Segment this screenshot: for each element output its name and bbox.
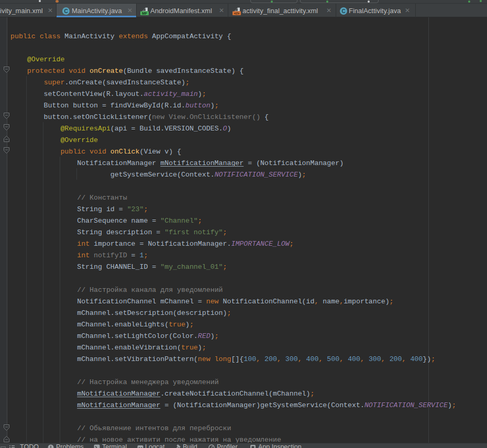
- svg-text:</>: </>: [234, 12, 239, 15]
- svg-text:C: C: [341, 8, 345, 14]
- svg-text:C: C: [64, 8, 68, 14]
- svg-text:MF: MF: [142, 12, 148, 15]
